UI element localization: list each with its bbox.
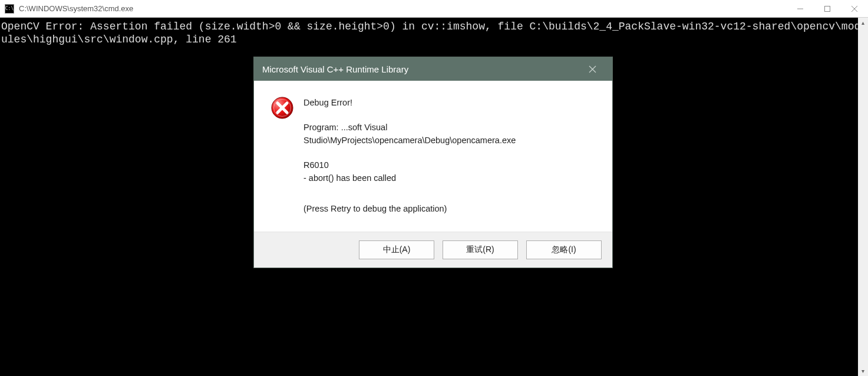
dialog-error-desc: - abort() has been called: [303, 171, 596, 184]
svg-rect-1: [825, 6, 830, 11]
dialog-title: Microsoft Visual C++ Runtime Library: [262, 64, 580, 74]
dialog-titlebar: Microsoft Visual C++ Runtime Library: [254, 57, 612, 81]
minimize-icon: [797, 5, 804, 12]
cmd-window-title: C:\WINDOWS\system32\cmd.exe: [19, 4, 787, 13]
dialog-close-button[interactable]: [580, 57, 604, 81]
dialog-text-column: Debug Error! Program: ...soft Visual Stu…: [303, 96, 596, 215]
cmd-titlebar: C:\ C:\WINDOWS\system32\cmd.exe: [0, 0, 868, 18]
maximize-button[interactable]: [814, 0, 841, 17]
runtime-error-dialog: Microsoft Visual C++ Runtime Library: [253, 57, 613, 268]
vertical-scrollbar[interactable]: ▴ ▾: [858, 18, 868, 376]
retry-button[interactable]: 重试(R): [443, 240, 518, 259]
dialog-icon-column: [270, 96, 303, 215]
dialog-heading: Debug Error!: [303, 96, 596, 109]
error-x-icon: [270, 96, 294, 120]
dialog-error-block: R6010 - abort() has been called: [303, 159, 596, 184]
minimize-button[interactable]: [787, 0, 814, 17]
ignore-button[interactable]: 忽略(I): [526, 240, 602, 259]
dialog-error-code: R6010: [303, 159, 596, 171]
dialog-body: Debug Error! Program: ...soft Visual Stu…: [254, 81, 612, 232]
close-button[interactable]: [841, 0, 868, 17]
close-icon: [851, 5, 858, 12]
dialog-footer: 中止(A) 重试(R) 忽略(I): [254, 232, 612, 268]
close-icon: [589, 65, 596, 73]
dialog-program-label: Program: ...soft Visual: [303, 121, 596, 134]
abort-button[interactable]: 中止(A): [359, 240, 434, 259]
dialog-hint: (Press Retry to debug the application): [303, 202, 596, 215]
cmd-window-controls: [787, 0, 868, 17]
scroll-down-arrow-icon[interactable]: ▾: [858, 366, 868, 376]
dialog-program-path: Studio\MyProjects\opencamera\Debug\openc…: [303, 134, 596, 147]
cmd-app-icon: C:\: [5, 4, 14, 14]
dialog-program-block: Program: ...soft Visual Studio\MyProject…: [303, 121, 596, 147]
scroll-up-arrow-icon[interactable]: ▴: [858, 18, 868, 28]
maximize-icon: [824, 5, 831, 12]
